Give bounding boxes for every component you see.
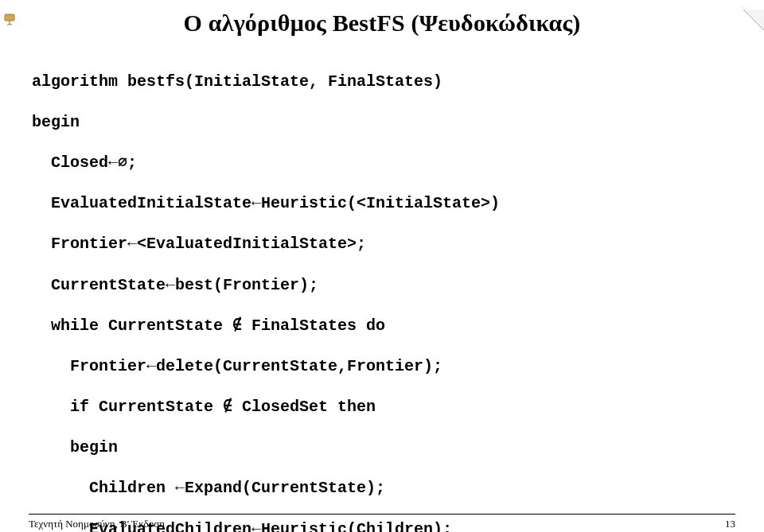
- code-line: Frontier←delete(CurrentState,Frontier);: [32, 356, 732, 377]
- code-line: begin: [32, 112, 732, 133]
- footer-divider: [29, 514, 735, 515]
- code-line: begin: [32, 437, 732, 458]
- pseudocode-block: algorithm bestfs(InitialState, FinalStat…: [32, 51, 732, 532]
- code-line: Frontier←<EvaluatedInitialState>;: [32, 234, 732, 254]
- code-line: if CurrentState ∉ ClosedSet then: [32, 397, 732, 417]
- slide-footer: Τεχνητή Νοημοσύνη, B' Έκδοση 13: [0, 514, 764, 530]
- code-line: while CurrentState ∉ FinalStates do: [32, 316, 732, 336]
- code-line: CurrentState←best(Frontier);: [32, 275, 732, 296]
- presentation-indicator-icon: [3, 13, 16, 25]
- code-line: EvaluatedInitialState←Heuristic(<Initial…: [32, 193, 732, 214]
- svg-rect-0: [5, 14, 14, 21]
- svg-line-2: [7, 24, 10, 25]
- slide-title: Ο αλγόριθμος BestFS (Ψευδοκώδικας): [56, 10, 708, 37]
- svg-line-3: [10, 24, 12, 25]
- page-corner-fold-icon: [743, 10, 764, 30]
- code-line: Children ←Expand(CurrentState);: [32, 478, 732, 499]
- code-line: Closed←∅;: [32, 153, 732, 173]
- footer-left-text: Τεχνητή Νοημοσύνη, B' Έκδοση: [29, 518, 165, 530]
- code-line: algorithm bestfs(InitialState, FinalStat…: [32, 72, 732, 92]
- page-number: 13: [725, 518, 735, 530]
